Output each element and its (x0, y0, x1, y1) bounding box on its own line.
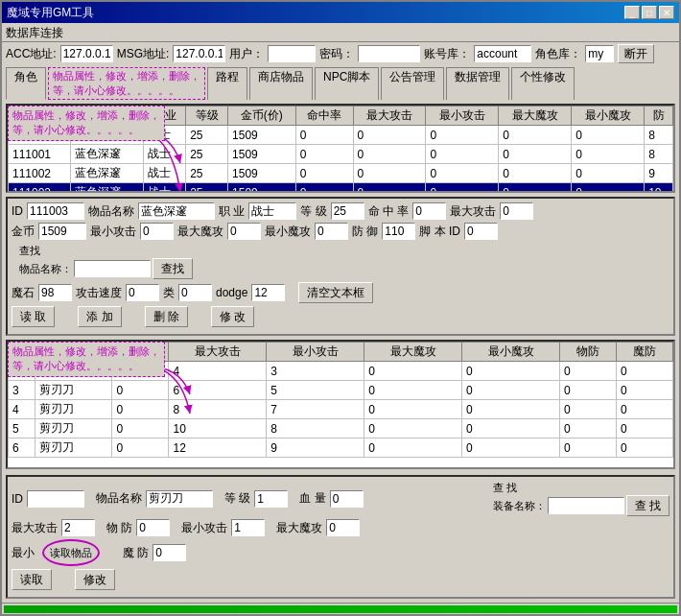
maximize-button[interactable]: □ (642, 6, 657, 19)
job-input[interactable] (248, 202, 296, 220)
pwd-input[interactable] (358, 45, 420, 62)
min-magic-input[interactable] (315, 223, 348, 240)
col-min-magic: 最小魔攻 (572, 107, 645, 126)
hit-input[interactable] (412, 202, 446, 220)
bmin-atk-input[interactable] (231, 519, 265, 536)
equip-name-input[interactable] (548, 497, 624, 514)
menu-db-connect[interactable]: 数据库连接 (6, 26, 63, 39)
bread-btn[interactable]: 读取 (12, 569, 52, 590)
bform-row-2: 最大攻击 物 防 最小攻击 最大魔攻 (12, 519, 669, 536)
bpdef-label: 物 防 (106, 520, 132, 536)
bcol-mdef: 魔防 (616, 343, 672, 362)
bmodify-btn[interactable]: 修改 (75, 569, 115, 590)
search-button[interactable]: 查找 (153, 258, 193, 279)
bhp-input[interactable] (330, 490, 364, 508)
read-item-label: 读取物品 (42, 539, 100, 566)
tab-route[interactable]: 路程 (207, 67, 247, 100)
blevel-label: 等 级 (224, 490, 250, 507)
db-input[interactable] (474, 45, 531, 62)
db-label: 账号库： (424, 46, 470, 62)
gold-input[interactable] (38, 223, 86, 240)
id-input[interactable] (27, 202, 84, 220)
search-hint: 查找 (19, 244, 193, 258)
bottom-annotation: 物品属性，修改，增添，删除，等，请小心修改。。。。。 (8, 342, 165, 377)
bmdef-label: 魔 防 (123, 545, 149, 561)
def-label: 防 御 (352, 224, 378, 240)
modify-btn[interactable]: 修 改 (211, 306, 254, 327)
bsearch-area: 查 找 装备名称： 查 找 (493, 481, 669, 516)
close-button[interactable]: ✕ (659, 6, 674, 19)
dodge-input[interactable] (251, 284, 285, 301)
id-label: ID (12, 204, 23, 218)
add-btn[interactable]: 添 加 (78, 306, 121, 327)
script-id-label: 脚 本 ID (419, 224, 460, 240)
bform-row-4: 读取 修改 (12, 569, 669, 590)
magic-stone-input[interactable] (38, 284, 72, 301)
table-row[interactable]: 111002蓝色深邃战士251509000009 (9, 164, 673, 183)
tab-role[interactable]: 角色 (6, 67, 46, 100)
user-label: 用户： (229, 46, 264, 62)
menu-bar: 数据库连接 (2, 23, 679, 42)
bcol-min-atk: 最小攻击 (267, 343, 364, 362)
clear-btn[interactable]: 清空文本框 (298, 282, 373, 303)
disconnect-button[interactable]: 断开 (618, 44, 654, 63)
acc-label: ACC地址: (6, 46, 57, 62)
bmax-magic-input[interactable] (326, 519, 360, 536)
table-row[interactable]: 5剪刃刀01080000 (9, 419, 673, 438)
bsearch-button[interactable]: 查 找 (626, 495, 669, 516)
tab-announce[interactable]: 公告管理 (381, 67, 444, 100)
acc-input[interactable] (60, 45, 113, 62)
msg-input[interactable] (173, 45, 225, 62)
max-atk-label: 最大攻击 (450, 203, 496, 220)
bform-row-3: 最小 读取物品 魔 防 (12, 539, 669, 566)
max-atk-input[interactable] (500, 202, 533, 220)
col-max-magic: 最大魔攻 (499, 107, 572, 126)
bsearch-row: 查 找 (493, 481, 669, 495)
del-btn[interactable]: 删 除 (145, 306, 188, 327)
bname-input[interactable] (146, 490, 213, 508)
bcol-max-atk: 最大攻击 (169, 343, 267, 362)
main-window: 魔域专用GM工具 _ □ ✕ 数据库连接 ACC地址: MSG地址: 用户： 密… (0, 0, 681, 616)
min-atk-input[interactable] (140, 223, 174, 240)
table-row[interactable]: 4剪刃刀0870000 (9, 400, 673, 419)
role-input[interactable] (585, 45, 614, 62)
table-row[interactable]: 111001蓝色深邃战士251509000008 (9, 145, 673, 164)
table-row[interactable]: 3剪刃刀0650000 (9, 381, 673, 400)
max-magic-input[interactable] (227, 223, 261, 240)
bsearch-input-row: 装备名称： 查 找 (493, 495, 669, 516)
tab-item-attr[interactable]: 物品属性，修改，增添，删除，等，请小心修改。。。。。 (48, 67, 205, 100)
tabs-bar: 角色 物品属性，修改，增添，删除，等，请小心修改。。。。。 路程 商店物品 NP… (2, 65, 679, 100)
tab-personal[interactable]: 个性修改 (511, 67, 575, 100)
tab-shop-item[interactable]: 商店物品 (249, 67, 313, 100)
bid-label: ID (12, 492, 23, 506)
def-input[interactable] (382, 223, 415, 240)
bid-input[interactable] (27, 490, 84, 508)
bmdef-input[interactable] (153, 544, 186, 561)
bmin-atk-label: 最小攻击 (181, 520, 227, 536)
tab-data-mgmt[interactable]: 数据管理 (446, 67, 509, 100)
min-atk-label: 最小攻击 (90, 224, 136, 240)
window-controls: _ □ ✕ (624, 6, 674, 19)
read-btn[interactable]: 读 取 (12, 306, 55, 327)
bmax-atk-input[interactable] (61, 519, 95, 536)
script-id-input[interactable] (464, 223, 498, 240)
user-input[interactable] (268, 45, 316, 62)
col-def: 防 (645, 107, 673, 126)
bpdef-input[interactable] (136, 519, 170, 536)
max-magic-label: 最大魔攻 (177, 224, 223, 240)
tab-npc-script[interactable]: NPC脚本 (315, 67, 379, 100)
minimize-button[interactable]: _ (624, 6, 640, 19)
type-input[interactable] (178, 284, 212, 301)
level-input[interactable] (331, 202, 364, 220)
status-bar (2, 603, 679, 614)
table-row[interactable]: 111003蓝色深邃战士2515090000010 (9, 183, 673, 192)
job-label: 职 业 (219, 203, 245, 220)
search-item-name-input[interactable] (74, 260, 151, 277)
search-item-name-label: 物品名称： (19, 262, 72, 276)
atk-speed-input[interactable] (126, 284, 159, 301)
table-row[interactable]: 6剪刃刀01290000 (9, 438, 673, 458)
bform-row-1: ID 物品名称 等 级 血 量 查 找 装备名称： 查 找 (12, 481, 669, 516)
item-name-input[interactable] (138, 202, 215, 220)
blevel-input[interactable] (254, 490, 288, 508)
bcol-max-magic: 最大魔攻 (364, 343, 462, 362)
